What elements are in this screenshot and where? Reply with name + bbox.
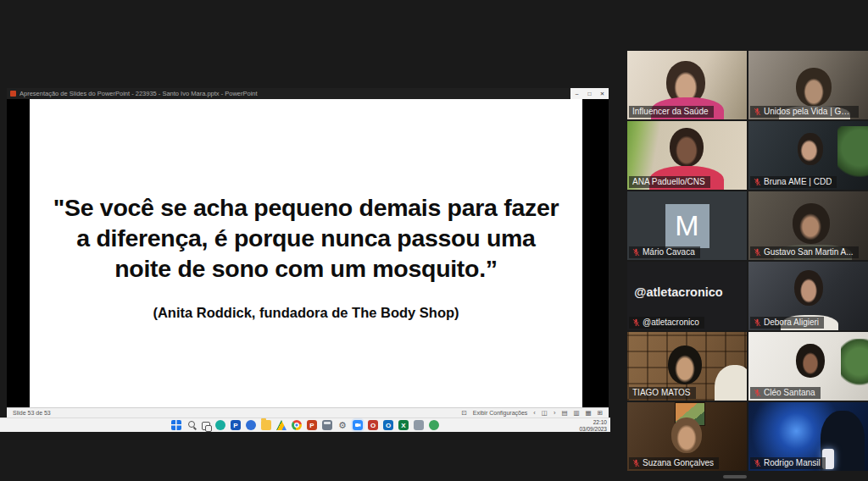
participant-nameplate: Bruna AME | CDD bbox=[750, 176, 837, 188]
excel-icon[interactable] bbox=[398, 420, 409, 430]
participant-nameplate: TIAGO MATOS bbox=[629, 387, 696, 399]
taskbar-icons bbox=[0, 418, 610, 432]
participant-nameplate: Rodrigo Mansil bbox=[750, 457, 826, 469]
participants-scrollbar[interactable] bbox=[723, 475, 747, 478]
maximize-button[interactable]: □ bbox=[583, 88, 596, 99]
participant-nameplate: ANA Paduello/CNS bbox=[629, 176, 710, 188]
muted-mic-icon bbox=[754, 248, 761, 257]
powerpoint-status-bar: Slide 53 de 53 Exibir Configurações ‹ › bbox=[7, 407, 609, 417]
muted-mic-icon bbox=[754, 389, 761, 397]
participant-nameplate: Unidos pela Vida | Gab... bbox=[750, 106, 859, 118]
participant-display-text: @atletacronico bbox=[631, 285, 726, 299]
chrome-icon[interactable] bbox=[292, 420, 302, 430]
app-blue-circle-icon[interactable] bbox=[246, 420, 256, 430]
participant-name: Rodrigo Mansil bbox=[764, 458, 821, 467]
participant-tile-atletacronico[interactable]: @atletacronico @atletacronico bbox=[627, 262, 747, 330]
google-drive-icon[interactable] bbox=[276, 420, 287, 430]
app-teal-icon[interactable] bbox=[215, 420, 225, 430]
minimize-button[interactable]: – bbox=[570, 88, 583, 99]
zoom-icon[interactable] bbox=[353, 420, 363, 430]
window-title: Apresentação de Slides do PowerPoint - 2… bbox=[19, 90, 258, 97]
powerpoint-taskbar-icon[interactable] bbox=[307, 420, 317, 430]
participant-tile-influencer-da-saude[interactable]: Influencer da Saúde bbox=[627, 51, 747, 119]
display-settings-label[interactable]: Exibir Configurações bbox=[473, 410, 528, 416]
participant-nameplate: Debora Aligieri bbox=[750, 317, 824, 329]
muted-mic-icon bbox=[632, 459, 640, 467]
windows-taskbar: 22:10 03/09/2023 bbox=[0, 417, 610, 432]
participant-nameplate: Cléo Santana bbox=[750, 387, 821, 399]
slide-counter: Slide 53 de 53 bbox=[13, 410, 51, 416]
muted-mic-icon bbox=[632, 248, 640, 257]
participant-name: Suzana Gonçalves bbox=[643, 458, 714, 467]
participant-tile-mario-cavaca[interactable]: M Mário Cavaca bbox=[627, 191, 747, 260]
clock-date: 03/09/2023 bbox=[579, 426, 607, 433]
participant-nameplate: Mário Cavaca bbox=[629, 246, 700, 258]
powerpoint-title-bar: Apresentação de Slides do PowerPoint - 2… bbox=[7, 88, 609, 99]
participants-gallery: Influencer da Saúde Unidos pela Vida | G… bbox=[627, 51, 868, 471]
participant-tile-cleo-santana[interactable]: Cléo Santana bbox=[748, 332, 868, 401]
search-icon[interactable] bbox=[186, 420, 197, 430]
participant-tile-rodrigo-mansil[interactable]: Rodrigo Mansil bbox=[748, 402, 868, 471]
slide-quote-text: "Se você se acha pequeno demais para faz… bbox=[50, 192, 562, 285]
app-red-icon[interactable] bbox=[368, 420, 378, 430]
participant-tile-ana-paduello[interactable]: ANA Paduello/CNS bbox=[627, 121, 747, 190]
reading-view-icon[interactable] bbox=[586, 409, 592, 417]
participant-nameplate: @atletacronico bbox=[629, 317, 704, 329]
window-controls: – □ ✕ bbox=[570, 88, 609, 99]
calculator-icon[interactable] bbox=[322, 420, 332, 430]
app-green-icon[interactable] bbox=[429, 420, 439, 430]
settings-icon[interactable] bbox=[337, 420, 348, 430]
participant-tile-bruna-ame[interactable]: Bruna AME | CDD bbox=[748, 121, 868, 190]
participant-name: Unidos pela Vida | Gab... bbox=[764, 107, 854, 116]
muted-mic-icon bbox=[754, 318, 761, 327]
participant-name: Cléo Santana bbox=[764, 388, 815, 397]
participant-name: Influencer da Saúde bbox=[632, 107, 709, 116]
participant-name: ANA Paduello/CNS bbox=[632, 177, 705, 186]
participant-name: Gustavo San Martin A... bbox=[764, 247, 854, 257]
outlook-icon[interactable] bbox=[383, 420, 393, 430]
muted-mic-icon bbox=[754, 108, 761, 116]
next-slide-button[interactable]: › bbox=[554, 409, 556, 417]
slideshow-area: "Se você se acha pequeno demais para faz… bbox=[7, 99, 609, 407]
participant-tile-unidos-pela-vida[interactable]: Unidos pela Vida | Gab... bbox=[748, 51, 868, 119]
previous-slide-button[interactable]: ‹ bbox=[533, 409, 536, 417]
display-settings-icon[interactable] bbox=[461, 409, 466, 417]
participant-tile-gustavo-san-martin[interactable]: Gustavo San Martin A... bbox=[748, 191, 868, 260]
current-slide-icon bbox=[542, 409, 548, 417]
clock-time: 22:10 bbox=[579, 419, 607, 426]
app-gray-icon[interactable] bbox=[414, 420, 424, 430]
app-blue-p-icon[interactable] bbox=[231, 420, 241, 430]
participant-name: @atletacronico bbox=[643, 318, 699, 327]
participant-name: Debora Aligieri bbox=[764, 318, 819, 327]
muted-mic-icon bbox=[754, 459, 761, 467]
participant-name: Bruna AME | CDD bbox=[764, 177, 832, 186]
file-explorer-icon[interactable] bbox=[261, 420, 271, 430]
slideshow-view-icon[interactable] bbox=[598, 409, 603, 417]
meeting-app-window: Apresentação de Slides do PowerPoint - 2… bbox=[0, 0, 868, 481]
close-button[interactable]: ✕ bbox=[596, 88, 609, 99]
task-view-icon[interactable] bbox=[202, 422, 210, 430]
participant-tile-tiago-matos[interactable]: TIAGO MATOS bbox=[627, 332, 747, 401]
participant-name: Mário Cavaca bbox=[643, 247, 695, 257]
slide-attribution-text: (Anita Roddick, fundadora de The Body Sh… bbox=[30, 305, 582, 321]
participant-name: TIAGO MATOS bbox=[632, 388, 691, 397]
participant-tile-debora-aligieri[interactable]: Debora Aligieri bbox=[748, 262, 868, 330]
participant-tile-suzana-goncalves[interactable]: Suzana Gonçalves bbox=[627, 402, 747, 471]
avatar: M bbox=[665, 204, 709, 248]
participant-nameplate: Suzana Gonçalves bbox=[629, 457, 719, 469]
participant-nameplate: Influencer da Saúde bbox=[629, 106, 714, 118]
muted-mic-icon bbox=[632, 318, 640, 327]
powerpoint-icon bbox=[10, 91, 16, 97]
participant-nameplate: Gustavo San Martin A... bbox=[750, 246, 859, 258]
muted-mic-icon bbox=[754, 178, 761, 186]
powerpoint-window: Apresentação de Slides do PowerPoint - 2… bbox=[7, 88, 609, 417]
system-tray-clock[interactable]: 22:10 03/09/2023 bbox=[579, 419, 607, 432]
slide: "Se você se acha pequeno demais para faz… bbox=[30, 99, 582, 407]
slide-sorter-view-icon[interactable] bbox=[574, 409, 580, 417]
start-icon[interactable] bbox=[171, 420, 181, 430]
normal-view-icon[interactable] bbox=[561, 409, 567, 417]
